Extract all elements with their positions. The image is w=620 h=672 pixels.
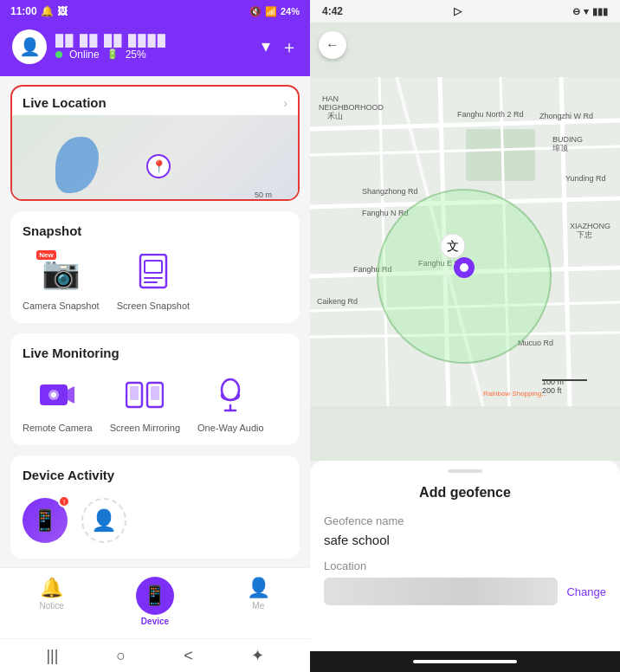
- new-badge: New: [36, 250, 55, 260]
- header-actions: ▾ ＋: [262, 36, 298, 59]
- screen-mirroring-icon: [122, 372, 167, 417]
- device-status-row: Online 🔋 25%: [55, 48, 167, 61]
- svg-text:HAN: HAN: [322, 94, 339, 103]
- svg-point-7: [51, 392, 56, 397]
- map-background: 📍 50 m 100 ft: [12, 115, 298, 201]
- svg-text:100 m: 100 m: [542, 378, 564, 386]
- device-activity-card: Device Activity 📱 ! 👤: [10, 456, 300, 559]
- svg-text:文: 文: [447, 239, 459, 253]
- device-details: ██ ██ ██ ████ Online 🔋 25%: [55, 34, 167, 61]
- svg-point-48: [460, 263, 468, 272]
- one-way-audio-item[interactable]: One-Way Audio: [197, 372, 264, 433]
- add-geofence-sheet: Add geofence Geofence name safe school L…: [310, 461, 620, 651]
- right-system-nav: [310, 651, 620, 672]
- accessibility-button[interactable]: ✦: [251, 646, 264, 665]
- status-icons-group: 🔇 📶 24%: [249, 6, 300, 17]
- one-way-audio-label: One-Way Audio: [197, 423, 264, 433]
- notification-icon: 🔔: [41, 5, 54, 17]
- svg-text:BUDING: BUDING: [552, 135, 583, 144]
- notice-icon: 🔔: [40, 577, 63, 599]
- live-location-title: Live Location: [23, 95, 107, 110]
- status-time-group: 11:00 🔔 🖼: [10, 5, 68, 17]
- geofence-name-label: Geofence name: [324, 514, 606, 527]
- right-status-icons: ⊖ ▾ ▮▮▮: [572, 6, 608, 17]
- circle-minus-icon: ⊖: [572, 6, 580, 17]
- battery-display: 24%: [281, 6, 300, 16]
- time-display: 11:00: [10, 5, 37, 17]
- live-location-header: Live Location ›: [12, 87, 298, 115]
- device-activity-title: Device Activity: [23, 468, 287, 482]
- map-pin: 📍: [146, 154, 171, 178]
- device-circle-icon: 📱: [136, 577, 174, 615]
- app-header: 👤 ██ ██ ██ ████ Online 🔋 25% ▾ ＋: [0, 23, 310, 76]
- battery-level: 🔋: [107, 48, 119, 60]
- svg-text:Shangzhong Rd: Shangzhong Rd: [362, 187, 418, 196]
- svg-rect-9: [130, 386, 139, 400]
- map-preview: 📍 50 m 100 ft: [12, 115, 298, 201]
- svg-text:Yunding Rd: Yunding Rd: [565, 174, 606, 183]
- svg-text:NEIGHBORHOOD: NEIGHBORHOOD: [319, 103, 384, 112]
- me-icon: 👤: [247, 577, 270, 599]
- right-map-area: ← Fanghu North 2 Rd Shangzhong Rd Fanghu: [310, 23, 620, 461]
- remote-camera-icon: [35, 372, 80, 417]
- dropdown-icon[interactable]: ▾: [262, 36, 270, 59]
- screen-snapshot-label: Screen Snapshot: [117, 300, 190, 311]
- camera-snapshot-item[interactable]: New 📷 Camera Snapshot: [23, 250, 100, 311]
- device-name: ██ ██ ██ ████: [55, 34, 167, 47]
- image-icon: 🖼: [57, 5, 68, 17]
- add-icon[interactable]: ＋: [281, 36, 298, 59]
- screen-mirroring-item[interactable]: Screen Mirroring: [110, 372, 180, 433]
- wifi-filled-icon: ▾: [584, 6, 589, 17]
- left-panel: 11:00 🔔 🖼 🔇 📶 24% 👤 ██ ██ ██ ████ Online…: [0, 0, 310, 672]
- remote-camera-item[interactable]: Remote Camera: [23, 372, 93, 433]
- avatar[interactable]: 👤: [12, 29, 47, 64]
- svg-text:Zhongzhi W Rd: Zhongzhi W Rd: [539, 112, 593, 120]
- map-svg: Fanghu North 2 Rd Shangzhong Rd Fanghu N…: [310, 23, 620, 461]
- activity-icon-1[interactable]: 📱 !: [23, 498, 68, 543]
- screen-mirroring-label: Screen Mirroring: [110, 423, 180, 433]
- signal-bars-icon: ▮▮▮: [592, 6, 608, 17]
- home-indicator: [413, 660, 517, 663]
- map-scale-indicator: 50 m 100 ft: [255, 191, 289, 201]
- svg-text:下忠: 下忠: [577, 230, 592, 239]
- back-button[interactable]: <: [184, 647, 193, 665]
- map-shape: [55, 137, 99, 193]
- menu-button[interactable]: |||: [46, 647, 58, 665]
- svg-rect-16: [466, 129, 535, 181]
- svg-rect-11: [151, 386, 159, 400]
- battery-percent: 25%: [126, 48, 146, 61]
- live-monitoring-card: Live Monitoring Remote Camera: [10, 333, 300, 445]
- header-device-info: 👤 ██ ██ ██ ████ Online 🔋 25%: [12, 29, 167, 64]
- camera-snapshot-icon-wrap: New 📷: [38, 250, 83, 295]
- nav-me[interactable]: 👤 Me: [207, 573, 310, 630]
- screen-snapshot-item[interactable]: Screen Snapshot: [117, 250, 190, 311]
- online-label: Online: [69, 48, 100, 61]
- live-monitoring-grid: Remote Camera Screen Mirroring: [23, 372, 287, 433]
- camera-snapshot-icon: 📷: [42, 255, 81, 291]
- wifi-icon: 📶: [265, 6, 277, 17]
- svg-text:Rainbow Shopping...: Rainbow Shopping...: [483, 390, 547, 397]
- right-status-bar: 4:42 ▷ ⊖ ▾ ▮▮▮: [310, 0, 620, 23]
- notice-label: Notice: [39, 601, 63, 611]
- activity-icon-2[interactable]: 👤: [81, 498, 126, 543]
- right-time: 4:42: [322, 5, 343, 17]
- mute-icon: 🔇: [249, 6, 262, 17]
- me-label: Me: [252, 601, 264, 611]
- left-status-bar: 11:00 🔔 🖼 🔇 📶 24%: [0, 0, 310, 23]
- live-location-arrow: ›: [283, 96, 287, 110]
- live-location-card[interactable]: Live Location › 📍 50 m 100 ft: [10, 85, 300, 201]
- svg-text:埠顶: 埠顶: [552, 144, 568, 152]
- location-value-bar: [324, 578, 558, 605]
- nav-device[interactable]: 📱 Device: [103, 573, 206, 630]
- location-row: Change: [324, 578, 606, 605]
- home-button[interactable]: ○: [116, 647, 126, 665]
- pin-icon: 📍: [146, 154, 171, 178]
- nav-notice[interactable]: 🔔 Notice: [0, 573, 103, 630]
- right-play-icon: ▷: [454, 5, 462, 17]
- main-scroll-area: Live Location › 📍 50 m 100 ft: [0, 76, 310, 567]
- back-arrow-button[interactable]: ←: [319, 31, 346, 59]
- sheet-handle: [448, 469, 482, 473]
- change-button[interactable]: Change: [566, 585, 606, 598]
- device-activity-content: 📱 ! 👤: [23, 494, 287, 546]
- svg-text:禾山: 禾山: [327, 112, 343, 120]
